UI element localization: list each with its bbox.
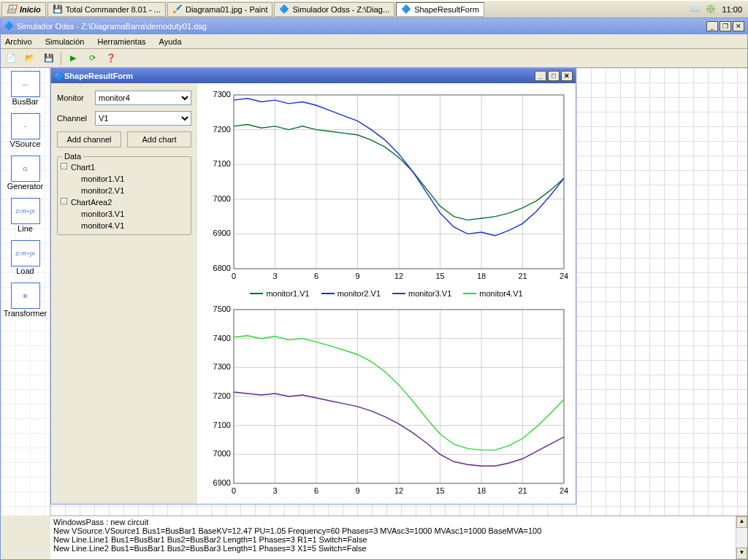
tree-label: ChartArea2 [71,198,112,207]
scroll-track[interactable] [736,528,747,548]
app-icon: 🔷 [4,21,14,31]
main-titlebar: 🔷 Simulador Odss - Z:\DiagramaBarra\demo… [1,18,747,34]
svg-text:15: 15 [435,272,444,280]
palette-load[interactable]: Z=R+jXLoad [5,240,46,275]
scroll-up-icon[interactable]: ▲ [736,516,747,528]
component-label: Generator [7,182,44,191]
app-icon: 🖌️ [172,4,183,15]
tree-label: Chart1 [71,163,95,172]
svg-text:7300: 7300 [213,362,231,371]
save-icon[interactable]: 💾 [42,51,56,66]
task-paint[interactable]: 🖌️Diagrama01.jpg - Paint [167,2,273,17]
taskbar: 🪟 Inicio 💾Total Commander 8.01 - ... 🖌️D… [0,0,748,18]
svg-text:0: 0 [232,272,236,280]
svg-text:7200: 7200 [213,125,231,134]
system-tray: ⌨️ ❇️ 11:00 [690,4,747,14]
close-button[interactable]: ✕ [733,21,744,31]
svg-text:7300: 7300 [213,90,231,99]
tree-leaf[interactable]: monitor3.V1 [71,208,188,220]
new-icon[interactable]: 📄 [4,51,18,66]
main-window: 🔷 Simulador Odss - Z:\DiagramaBarra\demo… [0,18,748,560]
svg-text:9: 9 [355,486,359,495]
svg-text:7200: 7200 [213,391,231,400]
maximize-button[interactable]: □ [548,71,560,81]
task-simulador[interactable]: 🔷Simulador Odss - Z:\Diag... [274,2,394,17]
open-icon[interactable]: 📂 [23,51,37,66]
svg-text:7400: 7400 [213,334,231,342]
component-label: BusBar [12,97,38,106]
menu-ayuda[interactable]: Ayuda [159,37,182,46]
svg-text:24: 24 [560,272,568,280]
svg-text:21: 21 [518,272,527,280]
legend-swatch [250,293,263,294]
windows-icon: 🪟 [7,4,17,15]
expander-icon[interactable]: - [61,163,67,169]
run-icon[interactable]: ▶ [66,51,80,66]
task-label: Diagrama01.jpg - Paint [186,5,268,14]
component-icon: Z=R+jX [11,198,40,224]
log-scrollbar[interactable]: ▲ ▼ [736,516,747,559]
chart-area: 03691215182124680069007000710072007300 m… [197,83,576,504]
task-total-commander[interactable]: 💾Total Commander 8.01 - ... [47,2,166,17]
data-tree-group: Data -Chart1 monitor1.V1 monitor2.V1 -Ch… [57,156,191,235]
refresh-icon[interactable]: ⟳ [85,51,99,66]
tray-icon[interactable]: ❇️ [706,4,716,14]
app-icon: 🔷 [401,4,411,15]
log-line: New Line.Line2 Bus1=BusBar1 Bus2=BusBar3… [53,544,736,553]
svg-text:7100: 7100 [213,159,231,168]
menu-simulacion[interactable]: Simulación [45,37,85,46]
palette-transformer[interactable]: ⊗Transformer [5,283,46,318]
task-label: Simulador Odss - Z:\Diag... [292,5,389,14]
menu-herramientas[interactable]: Herramientas [98,37,146,46]
shape-result-controls: Monitor monitor4 Channel V1 Add channel … [51,83,197,504]
add-chart-button[interactable]: Add chart [127,131,191,147]
log-line: New VSource.VSource1 Bus1=BusBar1 BaseKV… [53,526,736,535]
component-palette: —BusBar~VSourceGGeneratorZ=R+jXLineZ=R+j… [1,68,50,515]
help-icon[interactable]: ❓ [104,51,118,66]
tree-leaf[interactable]: monitor4.V1 [71,220,188,231]
menubar: Archivo Simulación Herramientas Ayuda [1,34,747,49]
component-icon: ~ [11,113,40,139]
tree-leaf[interactable]: monitor1.V1 [71,173,188,185]
menu-archivo[interactable]: Archivo [5,37,32,46]
close-button[interactable]: ✕ [561,71,573,81]
svg-text:7000: 7000 [213,449,231,458]
tray-keyboard-icon[interactable]: ⌨️ [690,4,700,14]
palette-busbar[interactable]: —BusBar [5,71,46,106]
channel-select[interactable]: V1 [95,111,191,126]
log-output: WindowsPass : new circuitNew VSource.VSo… [50,515,747,559]
tree-node-chart2[interactable]: -ChartArea2 monitor3.V1 monitor4.V1 [61,196,188,231]
component-label: Load [16,266,34,275]
chart-1: 03691215182124680069007000710072007300 [202,88,571,285]
legend-item: monitor4.V1 [463,289,522,298]
svg-text:7000: 7000 [213,194,231,203]
tree-leaf[interactable]: monitor2.V1 [71,185,188,196]
minimize-button[interactable]: _ [706,21,718,31]
task-shaperesult[interactable]: 🔷ShapeResultForm [396,2,484,17]
svg-text:18: 18 [477,272,486,280]
scroll-down-icon[interactable]: ▼ [736,548,747,559]
maximize-button[interactable]: ❐ [720,21,731,31]
data-tree: -Chart1 monitor1.V1 monitor2.V1 -ChartAr… [61,161,188,231]
palette-line[interactable]: Z=R+jXLine [5,198,46,233]
add-channel-button[interactable]: Add channel [57,131,121,147]
svg-text:7500: 7500 [213,304,231,313]
clock: 11:00 [722,5,742,14]
palette-generator[interactable]: GGenerator [5,156,46,191]
start-button[interactable]: 🪟 Inicio [1,2,46,17]
separator [61,52,61,65]
svg-text:18: 18 [477,486,486,495]
component-icon: — [11,71,40,97]
palette-vsource[interactable]: ~VSource [5,113,46,148]
minimize-button[interactable]: _ [535,71,546,81]
app-icon: 🔷 [279,4,289,15]
app-icon: 🔷 [54,72,64,81]
tree-node-chart1[interactable]: -Chart1 monitor1.V1 monitor2.V1 [61,161,188,196]
monitor-select[interactable]: monitor4 [95,91,191,105]
expander-icon[interactable]: - [61,198,67,204]
diagram-canvas[interactable]: 🔷 ShapeResultForm _ □ ✕ Monitor monitor4 [50,68,747,515]
svg-text:6900: 6900 [213,478,231,487]
svg-text:0: 0 [232,486,236,495]
chart-legend: monitor1.V1monitor2.V1monitor3.V1monitor… [202,288,571,299]
legend-swatch [463,293,476,294]
